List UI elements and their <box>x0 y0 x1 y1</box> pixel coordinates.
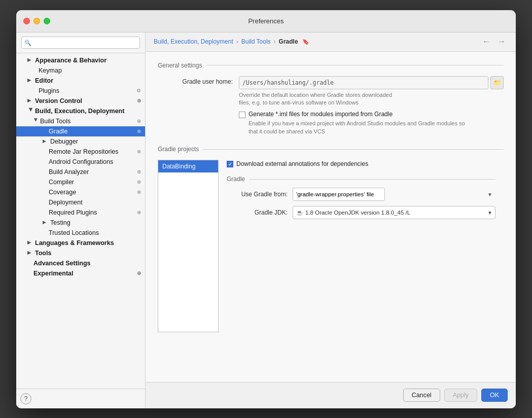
content-area: General settings Gradle user home: 📁 Ove… <box>146 52 516 382</box>
iml-checkbox-hint: Enable if you have a mixed project with … <box>249 120 465 135</box>
iml-checkbox[interactable] <box>239 112 245 118</box>
sidebar-item-appearance[interactable]: ▶ Appearance & Behavior <box>16 55 145 65</box>
badge-icon: ⊕ <box>137 118 141 124</box>
badge-icon: ⊕ <box>137 149 141 154</box>
arrow-icon: ▶ <box>27 250 33 256</box>
apply-button[interactable]: Apply <box>444 389 477 402</box>
gradle-jdk-row: Gradle JDK: ☕ 1.8 Oracle OpenJDK version… <box>227 206 495 219</box>
arrow-icon: ▶ <box>43 138 49 145</box>
gradle-jdk-label: Gradle JDK: <box>227 209 293 216</box>
sidebar-item-deployment[interactable]: Deployment <box>16 197 145 207</box>
download-annotations-checkbox[interactable] <box>227 161 233 167</box>
help-button[interactable]: ? <box>20 393 31 404</box>
sidebar-item-testing[interactable]: ▶ Testing <box>16 218 145 228</box>
badge-icon: ⚙ <box>136 88 141 93</box>
gradle-projects-header: Gradle projects <box>158 146 504 153</box>
back-button[interactable]: ← <box>480 36 492 47</box>
cancel-button[interactable]: Cancel <box>403 389 440 402</box>
sidebar-item-experimental[interactable]: Experimental ⊕ <box>16 268 145 278</box>
sidebar-footer: ? <box>16 389 145 408</box>
breadcrumb-actions: ← → <box>480 36 508 47</box>
badge-icon: ⊕ <box>137 189 141 195</box>
breadcrumb-part-1[interactable]: Build, Execution, Deployment <box>154 38 233 45</box>
gradle-project-settings: Download external annotations for depend… <box>219 160 504 332</box>
breadcrumb: Build, Execution, Deployment › Build Too… <box>146 32 516 52</box>
badge-icon: ⊕ <box>137 169 141 175</box>
sidebar-nav: ▶ Appearance & Behavior Keymap ▶ Editor … <box>16 53 145 389</box>
sidebar-item-required-plugins[interactable]: Required Plugins ⊕ <box>16 207 145 218</box>
sidebar-item-trusted-locations[interactable]: Trusted Locations <box>16 228 145 238</box>
gradle-projects-area: DataBinding Download external annotation… <box>158 160 504 332</box>
sidebar-item-coverage[interactable]: Coverage ⊕ <box>16 187 145 197</box>
gradle-jdk-dropdown-wrap: ☕ 1.8 Oracle OpenJDK version 1.8.0_45 /L… <box>293 206 495 219</box>
gradle-user-home-row: Gradle user home: 📁 Override the default… <box>158 76 504 107</box>
preferences-window: Preferences 🔍 ▶ Appearance & Behavior <box>16 10 516 408</box>
sidebar-item-build-analyzer[interactable]: Build Analyzer ⊕ <box>16 167 145 177</box>
iml-checkbox-label: Generate *.iml files for modules importe… <box>249 111 393 118</box>
gradle-list-item-databinding[interactable]: DataBinding <box>158 160 218 172</box>
sidebar-item-remote-jar[interactable]: Remote Jar Repositories ⊕ <box>16 147 145 157</box>
breadcrumb-sep-1: › <box>236 38 238 45</box>
sidebar-search-area: 🔍 <box>16 32 145 53</box>
sidebar-item-compiler[interactable]: Compiler ⊕ <box>16 177 145 187</box>
badge-icon: ⊕ <box>137 210 141 215</box>
sidebar-item-build-execution[interactable]: ▶ Build, Execution, Deployment <box>16 106 145 116</box>
arrow-icon: ▶ <box>32 118 39 124</box>
dropdown-arrow-icon: ▼ <box>487 192 492 197</box>
sidebar-item-tools[interactable]: ▶ Tools <box>16 248 145 258</box>
iml-checkbox-row: Generate *.iml files for modules importe… <box>158 111 504 135</box>
gradle-jdk-dropdown[interactable]: ☕ 1.8 Oracle OpenJDK version 1.8.0_45 /L <box>293 206 495 219</box>
close-button[interactable] <box>23 18 30 24</box>
sidebar-item-languages[interactable]: ▶ Languages & Frameworks <box>16 238 145 248</box>
sidebar-item-build-tools[interactable]: ▶ Build Tools ⊕ <box>16 116 145 126</box>
traffic-lights <box>23 18 50 24</box>
download-annotations-row: Download external annotations for depend… <box>227 160 495 167</box>
gradle-subsection-header: Gradle <box>227 176 495 183</box>
browse-button[interactable]: 📁 <box>490 76 504 89</box>
sidebar-item-keymap[interactable]: Keymap <box>16 65 145 76</box>
sidebar-item-debugger[interactable]: ▶ Debugger <box>16 136 145 147</box>
badge-icon: ⊕ <box>137 179 141 185</box>
use-gradle-from-row: Use Gradle from: 'gradle-wrapper.propert… <box>227 188 495 201</box>
main-content: 🔍 ▶ Appearance & Behavior Keymap ▶ <box>16 32 516 408</box>
sidebar-item-advanced-settings[interactable]: Advanced Settings <box>16 258 145 268</box>
minimize-button[interactable] <box>33 18 40 24</box>
jdk-icon: ☕ <box>296 210 303 216</box>
arrow-icon: ▶ <box>27 98 33 104</box>
use-gradle-from-dropdown-wrap: 'gradle-wrapper.properties' file ▼ <box>293 188 495 201</box>
maximize-button[interactable] <box>44 18 50 24</box>
gradle-user-home-hint: Override the default location where Grad… <box>239 91 504 107</box>
sidebar-item-android-configs[interactable]: Android Configurations <box>16 157 145 167</box>
breadcrumb-part-2[interactable]: Build Tools <box>241 38 271 45</box>
gradle-user-home-input[interactable] <box>239 76 488 89</box>
badge-icon: ⊕ <box>137 270 141 276</box>
badge-icon: ⊕ <box>137 128 141 134</box>
sidebar-item-plugins[interactable]: Plugins ⚙ <box>16 86 145 96</box>
sidebar: 🔍 ▶ Appearance & Behavior Keymap ▶ <box>16 32 146 408</box>
gradle-projects-list: DataBinding <box>158 160 219 332</box>
arrow-icon: ▶ <box>27 57 33 63</box>
ok-button[interactable]: OK <box>481 389 508 402</box>
arrow-icon: ▶ <box>43 220 49 226</box>
arrow-icon: ▶ <box>27 78 33 84</box>
bottom-bar: Cancel Apply OK <box>146 382 516 408</box>
forward-button[interactable]: → <box>495 36 508 47</box>
sidebar-item-editor[interactable]: ▶ Editor <box>16 76 145 86</box>
sidebar-item-version-control[interactable]: ▶ Version Control ⊕ <box>16 96 145 106</box>
download-annotations-label: Download external annotations for depend… <box>236 160 368 167</box>
breadcrumb-part-3: Gradle <box>279 38 298 45</box>
search-icon: 🔍 <box>24 39 31 46</box>
arrow-icon: ▶ <box>27 108 33 114</box>
use-gradle-from-label: Use Gradle from: <box>227 191 293 198</box>
search-input[interactable] <box>21 37 140 49</box>
main-panel: Build, Execution, Deployment › Build Too… <box>146 32 516 408</box>
general-settings-header: General settings <box>158 62 504 69</box>
sidebar-item-gradle[interactable]: Gradle ⊕ <box>16 126 145 136</box>
use-gradle-from-dropdown[interactable]: 'gradle-wrapper.properties' file <box>293 188 385 201</box>
gradle-user-home-label: Gradle user home: <box>158 76 239 85</box>
window-title: Preferences <box>248 17 283 25</box>
bookmark-icon: 🔖 <box>302 39 309 45</box>
badge-icon: ⊕ <box>137 98 141 103</box>
title-bar: Preferences <box>16 10 516 32</box>
breadcrumb-sep-2: › <box>274 38 276 45</box>
